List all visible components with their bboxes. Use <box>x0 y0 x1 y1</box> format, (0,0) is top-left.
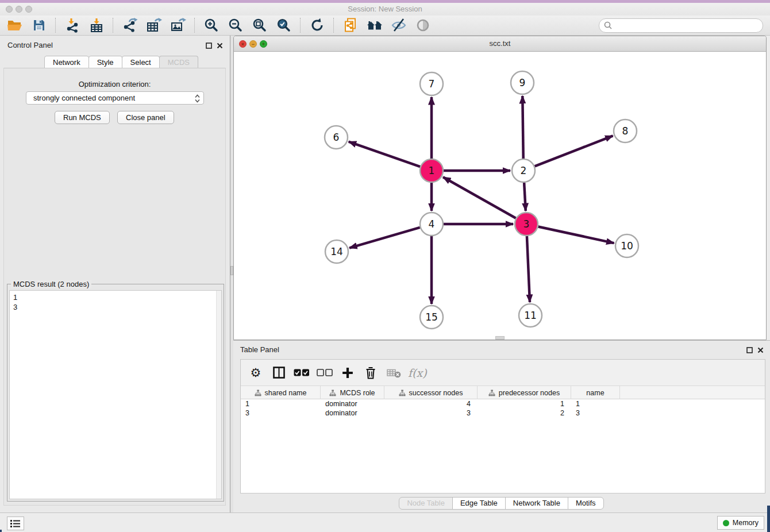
close-panel-button[interactable]: Close panel <box>117 111 174 124</box>
tab-network[interactable]: Network <box>44 56 89 69</box>
tab-node-table[interactable]: Node Table <box>399 497 453 510</box>
graph-node-8[interactable]: 8 <box>614 119 637 142</box>
status-bar: Memory <box>0 512 770 532</box>
deselect-all-button[interactable] <box>316 363 333 383</box>
tab-mcds[interactable]: MCDS <box>159 56 198 69</box>
export-image-icon <box>170 18 186 33</box>
float-panel-icon[interactable] <box>206 41 212 51</box>
network-window-title: scc.txt <box>234 39 766 48</box>
criterion-dropdown[interactable]: strongly connected component <box>26 91 204 105</box>
export-network-icon <box>122 18 138 33</box>
zoom-out-button[interactable] <box>225 17 246 34</box>
graph-node-4[interactable]: 4 <box>420 213 443 236</box>
hide-details-button[interactable] <box>388 17 409 34</box>
home-button[interactable] <box>364 17 385 34</box>
table-cell[interactable]: 1 <box>241 399 321 408</box>
graph-node-14[interactable]: 14 <box>325 240 348 263</box>
float-table-panel-icon[interactable] <box>746 345 753 356</box>
table-cell[interactable]: 3 <box>571 408 620 418</box>
table-cell[interactable]: dominator <box>321 408 384 418</box>
task-history-button[interactable] <box>7 516 24 530</box>
search-input[interactable] <box>614 20 759 31</box>
zoom-fit-button[interactable] <box>249 17 270 34</box>
import-table-button[interactable] <box>86 17 107 34</box>
table-cell[interactable]: 1 <box>478 399 571 408</box>
column-header-shared-name[interactable]: shared name <box>241 386 321 399</box>
run-mcds-button[interactable]: Run MCDS <box>55 111 110 124</box>
zoom-in-button[interactable] <box>201 17 222 34</box>
graph-edge-3-11[interactable] <box>527 236 530 302</box>
column-header-name[interactable]: name <box>571 386 620 399</box>
svg-text:9: 9 <box>519 77 526 88</box>
split-panel-button[interactable] <box>270 363 287 383</box>
function-builder-button[interactable]: f(x) <box>408 363 427 383</box>
tab-motifs[interactable]: Motifs <box>568 497 604 510</box>
table-cell[interactable]: 3 <box>384 408 478 418</box>
show-graphics-button[interactable] <box>413 17 433 34</box>
select-all-button[interactable] <box>293 363 310 383</box>
memory-button[interactable]: Memory <box>717 516 764 530</box>
apply-layout-button[interactable] <box>307 17 328 34</box>
clone-network-button[interactable] <box>340 17 361 34</box>
svg-text:15: 15 <box>425 311 438 323</box>
graph-node-1[interactable]: 1 <box>420 159 443 182</box>
export-image-button[interactable] <box>168 17 188 34</box>
export-network-button[interactable] <box>120 17 140 34</box>
table-cell[interactable]: 2 <box>478 408 571 418</box>
column-header-MCDS-role[interactable]: MCDS role <box>321 386 384 399</box>
graph-node-11[interactable]: 11 <box>519 304 542 327</box>
tab-edge-table[interactable]: Edge Table <box>452 497 506 510</box>
column-header-successor-nodes[interactable]: successor nodes <box>384 386 478 399</box>
add-column-button[interactable] <box>339 363 356 383</box>
graph-node-7[interactable]: 7 <box>420 72 443 95</box>
table-cell[interactable]: 4 <box>384 399 478 408</box>
graph-edge-3-10[interactable] <box>538 226 614 243</box>
close-table-panel-icon[interactable] <box>757 345 764 356</box>
graph-edge-2-3[interactable] <box>524 183 526 211</box>
control-panel: Control Panel NetworkStyleSelectMCDS Opt… <box>0 36 230 512</box>
zoom-selected-button[interactable] <box>274 17 294 34</box>
tab-select[interactable]: Select <box>122 56 160 69</box>
graph-node-2[interactable]: 2 <box>512 159 535 182</box>
tab-style[interactable]: Style <box>88 56 122 69</box>
column-header-predecessor-nodes[interactable]: predecessor nodes <box>478 386 571 399</box>
network-window-titlebar[interactable]: × − + scc.txt <box>234 36 766 52</box>
tab-network-table[interactable]: Network Table <box>505 497 568 510</box>
graph-node-9[interactable]: 9 <box>511 71 534 94</box>
graph-node-3[interactable]: 3 <box>515 213 538 236</box>
gear-icon: ⚙ <box>251 367 261 379</box>
delete-column-button[interactable] <box>362 363 379 383</box>
graph-node-6[interactable]: 6 <box>325 126 348 149</box>
table-cell[interactable]: 1 <box>571 399 620 408</box>
column-label: name <box>586 389 604 397</box>
close-panel-icon[interactable] <box>217 41 223 51</box>
control-panel-header: Control Panel <box>0 36 230 53</box>
column-label: shared name <box>265 389 307 397</box>
network-canvas[interactable]: 1234678910111415 <box>234 52 766 340</box>
table-row[interactable]: 1dominator411 <box>241 399 765 408</box>
canvas-scroll-grip[interactable] <box>495 336 505 340</box>
table-row[interactable]: 3dominator323 <box>241 408 765 418</box>
select-all-icon <box>294 369 310 376</box>
titlebar: Session: New Session <box>0 3 770 16</box>
table-cell[interactable]: dominator <box>321 399 384 408</box>
open-session-button[interactable] <box>5 17 25 34</box>
clear-table-button[interactable] <box>385 363 402 383</box>
svg-text:7: 7 <box>429 78 435 90</box>
table-cell[interactable]: 3 <box>241 408 321 418</box>
mcds-result-area[interactable]: 1 3 <box>9 290 222 499</box>
import-network-button[interactable] <box>62 17 83 34</box>
mcds-result-text[interactable]: 1 3 <box>10 291 216 499</box>
graph-edge-3-1[interactable] <box>443 177 516 218</box>
table-settings-button[interactable]: ⚙ <box>247 363 264 383</box>
graph-edge-4-14[interactable] <box>349 228 420 248</box>
graph-edge-2-8[interactable] <box>535 136 613 166</box>
graph-node-10[interactable]: 10 <box>615 234 638 257</box>
result-scrollbar[interactable] <box>216 291 221 499</box>
search-box[interactable] <box>599 18 763 33</box>
save-session-button[interactable] <box>29 17 49 34</box>
graph-node-15[interactable]: 15 <box>420 306 443 329</box>
graph-edge-2-9[interactable] <box>522 96 523 159</box>
export-table-button[interactable] <box>144 17 164 34</box>
graph-edge-1-6[interactable] <box>349 142 420 167</box>
